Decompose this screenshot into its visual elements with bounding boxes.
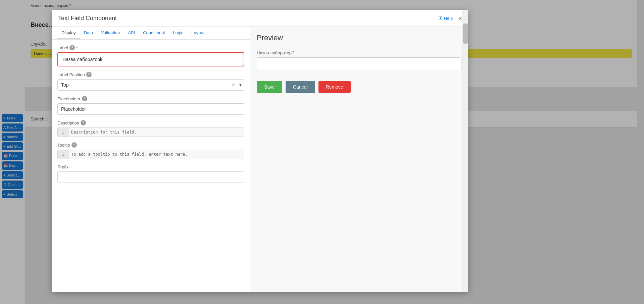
- tab-conditional[interactable]: Conditional: [139, 27, 169, 39]
- description-text: Description: [57, 120, 79, 125]
- help-label: Help: [444, 16, 453, 21]
- form-content: Label ? * Label Position ?: [52, 40, 250, 292]
- tooltip-field-label: Tooltip ?: [57, 142, 244, 148]
- placeholder-field-group: Placeholder ?: [57, 96, 244, 115]
- prefix-text: Prefix: [57, 164, 68, 169]
- remove-button[interactable]: Remove: [318, 81, 351, 93]
- preview-field-input: [257, 57, 461, 70]
- label-field-group: Label ? *: [57, 45, 244, 66]
- select-clear-button[interactable]: ×: [232, 82, 235, 88]
- cancel-button[interactable]: Cancel: [286, 81, 315, 93]
- tooltip-line-number: 1: [58, 150, 68, 159]
- tab-logic[interactable]: Logic: [169, 27, 187, 39]
- help-link[interactable]: 🛈 Help: [438, 16, 453, 21]
- label-field-label: Label ? *: [57, 45, 244, 50]
- label-position-group: Label Position ? Top Left Right Bottom ×…: [57, 72, 244, 91]
- label-position-label: Label Position ?: [57, 72, 244, 77]
- placeholder-text: Placeholder: [57, 96, 81, 101]
- modal-scrollbar[interactable]: [462, 10, 468, 292]
- tab-validation[interactable]: Validation: [97, 27, 124, 39]
- tabs-bar: Display Data Validation API Conditional …: [52, 27, 250, 40]
- label-position-select-wrapper: Top Left Right Bottom × ▾: [57, 79, 244, 91]
- modal-header-right: 🛈 Help ×: [438, 15, 462, 22]
- modal-body: Display Data Validation API Conditional …: [52, 27, 468, 292]
- prefix-field-label: Prefix: [57, 164, 244, 169]
- description-content[interactable]: Description for this field.: [68, 128, 244, 137]
- label-help-icon[interactable]: ?: [69, 45, 75, 50]
- preview-field-label: Назва лабораторії: [257, 50, 461, 55]
- description-field-group: Description ? 1 Description for this fie…: [57, 120, 244, 137]
- close-button[interactable]: ×: [458, 15, 462, 22]
- placeholder-input[interactable]: [57, 103, 244, 115]
- preview-title: Preview: [257, 34, 461, 42]
- description-editor: 1 Description for this field.: [57, 128, 244, 137]
- tab-api[interactable]: API: [124, 27, 139, 39]
- tooltip-field-group: Tooltip ? 1 To add a tooltip to this fie…: [57, 142, 244, 159]
- tooltip-help-icon[interactable]: ?: [71, 142, 77, 148]
- tooltip-editor: 1 To add a tooltip to this field, enter …: [57, 150, 244, 159]
- tab-data[interactable]: Data: [80, 27, 97, 39]
- label-position-help-icon[interactable]: ?: [86, 72, 92, 77]
- placeholder-help-icon[interactable]: ?: [82, 96, 87, 101]
- label-input[interactable]: [59, 54, 243, 65]
- prefix-field-group: Prefix: [57, 164, 244, 183]
- modal-header: Text Field Component 🛈 Help ×: [52, 10, 468, 27]
- label-text: Label: [57, 45, 68, 50]
- label-position-text: Label Position: [57, 72, 85, 77]
- save-button[interactable]: Save: [257, 81, 282, 93]
- modal-dialog: Text Field Component 🛈 Help × Display Da…: [52, 10, 468, 292]
- label-position-select[interactable]: Top Left Right Bottom: [57, 79, 244, 91]
- description-field-label: Description ?: [57, 120, 244, 125]
- placeholder-field-label: Placeholder ?: [57, 96, 244, 101]
- prefix-input[interactable]: [57, 171, 244, 183]
- description-help-icon[interactable]: ?: [81, 120, 86, 125]
- form-editor: Display Data Validation API Conditional …: [52, 27, 250, 292]
- modal-title: Text Field Component: [58, 15, 117, 22]
- label-field-wrapper: [57, 52, 244, 66]
- tooltip-text: Tooltip: [57, 143, 70, 148]
- action-buttons: Save Cancel Remove: [257, 81, 461, 93]
- scrollbar-thumb: [463, 23, 468, 44]
- help-icon: 🛈: [438, 16, 443, 21]
- label-required-mark: *: [76, 45, 78, 50]
- preview-panel: Preview Назва лабораторії Save Cancel Re…: [250, 27, 468, 292]
- tooltip-content[interactable]: To add a tooltip to this field, enter te…: [68, 150, 244, 159]
- tab-layout[interactable]: Layout: [187, 27, 208, 39]
- tab-display[interactable]: Display: [57, 27, 80, 39]
- description-line-number: 1: [58, 128, 68, 137]
